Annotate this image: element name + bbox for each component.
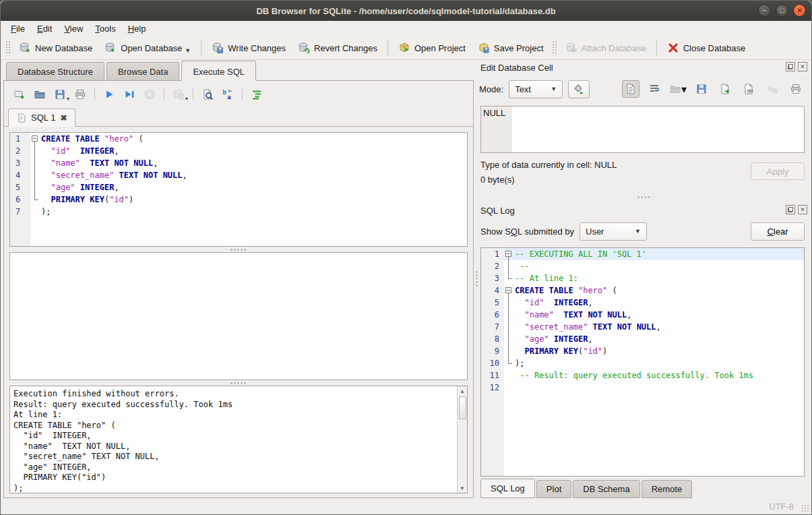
- attach-database-button[interactable]: Attach Database: [559, 39, 652, 57]
- fold-marker[interactable]: −: [504, 248, 513, 260]
- word-wrap-button[interactable]: [646, 80, 663, 98]
- auto-apply-button[interactable]: [568, 80, 590, 98]
- edit-cell-dock-header[interactable]: Edit Database Cell ✕: [479, 60, 809, 75]
- scroll-down-icon[interactable]: ▼: [458, 483, 467, 493]
- save-sql-file-button[interactable]: ▾: [51, 86, 69, 102]
- encoding-indicator[interactable]: UTF-8: [769, 502, 794, 512]
- tab-browse-data[interactable]: Browse Data: [106, 62, 179, 80]
- save-sql-file-icon: [54, 88, 66, 100]
- export-cell-button[interactable]: [716, 80, 734, 98]
- menu-tools[interactable]: Tools: [89, 22, 121, 35]
- fold-marker[interactable]: [30, 193, 40, 206]
- float-dock-icon[interactable]: [786, 205, 795, 214]
- minimize-button[interactable]: −: [758, 4, 771, 17]
- results-messages-splitter[interactable]: [9, 380, 468, 386]
- dropdown-caret-icon: ▾: [681, 83, 687, 96]
- submitted-by-select[interactable]: User ▼: [580, 222, 647, 241]
- tab-execute-sql[interactable]: Execute SQL: [181, 61, 256, 81]
- resize-grip[interactable]: [801, 504, 809, 512]
- close-button[interactable]: ×: [793, 4, 806, 17]
- tab-database-structure[interactable]: Database Structure: [6, 62, 104, 80]
- execute-line-button[interactable]: [121, 86, 138, 102]
- code-line: 7 "secret_name" TEXT NOT NULL,: [481, 321, 804, 333]
- sql-editor[interactable]: 1−CREATE TABLE "hero" (2 "id" INTEGER,3 …: [9, 132, 468, 247]
- float-dock-icon[interactable]: [786, 62, 795, 71]
- fold-marker[interactable]: [504, 272, 513, 284]
- apply-button[interactable]: Apply: [751, 162, 805, 180]
- close-database-button[interactable]: Close Database: [661, 39, 752, 57]
- write-changes-button[interactable]: Write Changes: [206, 39, 292, 57]
- message-line: At line 1:: [13, 410, 457, 421]
- find-button[interactable]: [199, 86, 216, 102]
- import-cell-button[interactable]: ▾: [669, 80, 687, 98]
- main-splitter[interactable]: [474, 60, 479, 498]
- open-external-button[interactable]: [740, 80, 757, 98]
- open-database-button[interactable]: Open Database▼: [98, 39, 197, 57]
- save-as-button[interactable]: [693, 80, 710, 98]
- mode-select[interactable]: Text ▼: [509, 80, 563, 98]
- messages-pane[interactable]: Execution finished without errors.Result…: [9, 386, 468, 493]
- open-sql-file-button[interactable]: [31, 86, 49, 102]
- dropdown-caret-icon: ▾: [67, 96, 69, 102]
- line-number: 11: [481, 369, 504, 382]
- code-line: 4−CREATE TABLE "hero" (: [481, 284, 804, 297]
- message-line: CREATE TABLE "hero" (: [13, 421, 457, 431]
- sql-text: [544, 298, 553, 307]
- sql-text: [515, 322, 524, 332]
- scrollbar-thumb[interactable]: [459, 396, 466, 419]
- save-results-button[interactable]: ▾: [170, 86, 187, 102]
- menu-help[interactable]: Help: [122, 22, 152, 35]
- close-dock-icon[interactable]: ✕: [798, 205, 807, 214]
- sql-log-dock-header[interactable]: SQL Log ✕: [479, 203, 809, 218]
- auto-format-button[interactable]: [248, 86, 266, 102]
- line-number: 5: [10, 181, 30, 193]
- text-mode-button[interactable]: [622, 80, 639, 98]
- messages-scrollbar[interactable]: ▲ ▼: [457, 386, 467, 493]
- execute-all-button[interactable]: [100, 86, 118, 102]
- message-line: );: [13, 483, 457, 494]
- bottom-tab-sql-log[interactable]: SQL Log: [480, 479, 535, 498]
- open-project-button[interactable]: Open Project: [392, 39, 472, 57]
- close-tab-icon[interactable]: ✖: [60, 113, 67, 123]
- toolbar-grip[interactable]: [552, 40, 557, 55]
- sql-text: [554, 310, 563, 320]
- clear-log-button[interactable]: Clear: [751, 222, 805, 241]
- revert-changes-button[interactable]: Revert Changes: [292, 39, 383, 57]
- print-sql-button[interactable]: [71, 86, 89, 102]
- print-cell-button[interactable]: [787, 80, 805, 98]
- results-grid-pane[interactable]: [9, 252, 468, 380]
- fold-marker[interactable]: [504, 357, 513, 369]
- bottom-tab-remote[interactable]: Remote: [642, 480, 693, 498]
- code-line: 6 "name" TEXT NOT NULL,: [481, 309, 804, 321]
- find-replace-button[interactable]: ba: [219, 86, 237, 102]
- sql-doc-tab[interactable]: SQL 1 ✖: [8, 109, 75, 127]
- new-database-button[interactable]: New Database: [13, 39, 98, 57]
- menu-view[interactable]: View: [58, 22, 89, 35]
- new-sql-tab-button[interactable]: [11, 86, 28, 102]
- print-sql-icon: [74, 88, 86, 100]
- save-project-button[interactable]: Save Project: [472, 39, 550, 57]
- fold-marker[interactable]: −: [504, 284, 513, 297]
- stop-execution-button[interactable]: [141, 86, 158, 102]
- menu-edit[interactable]: Edit: [31, 22, 58, 35]
- cell-editor[interactable]: NULL: [480, 106, 805, 153]
- toolbar-grip[interactable]: [5, 40, 11, 55]
- mode-label: Mode:: [479, 84, 503, 94]
- close-dock-icon[interactable]: ✕: [798, 62, 807, 71]
- sql-log-view[interactable]: 1−-- EXECUTING ALL IN 'SQL 1'2 --3-- At …: [480, 247, 805, 477]
- menu-file[interactable]: File: [5, 22, 31, 35]
- fold-marker[interactable]: −: [30, 133, 40, 145]
- scrollbar-track[interactable]: [458, 396, 467, 483]
- editor-results-splitter[interactable]: [9, 247, 468, 252]
- set-null-button[interactable]: [763, 80, 781, 98]
- chevron-down-icon: ▼: [635, 228, 641, 235]
- maximize-button[interactable]: □: [776, 4, 788, 17]
- bottom-tab-plot[interactable]: Plot: [536, 480, 571, 498]
- bottom-tab-db-schema[interactable]: DB Schema: [573, 480, 639, 498]
- title-bar[interactable]: DB Browser for SQLite - /home/user/code/…: [1, 1, 811, 21]
- fold-marker: [504, 321, 513, 333]
- code-text: --: [513, 260, 804, 272]
- dock-splitter[interactable]: [479, 195, 809, 199]
- scroll-up-icon[interactable]: ▲: [458, 386, 467, 396]
- code-text: "age" INTEGER,: [40, 181, 467, 193]
